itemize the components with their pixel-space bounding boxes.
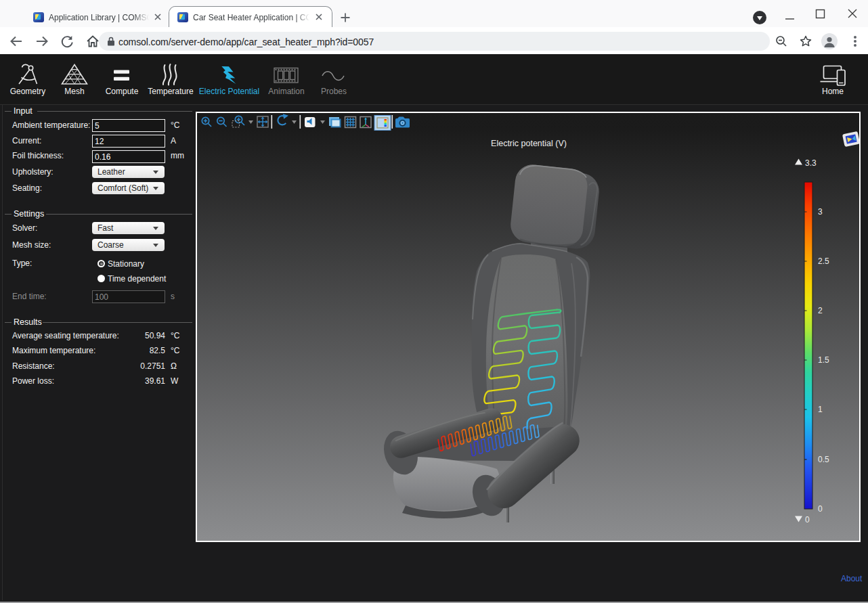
svg-text:Electric potential (V): Electric potential (V) [491, 139, 567, 148]
svg-text:1: 1 [818, 405, 823, 414]
svg-text:0: 0 [805, 515, 810, 524]
svg-text:0: 0 [818, 504, 823, 514]
svg-text:2: 2 [818, 306, 823, 315]
svg-text:3: 3 [818, 207, 823, 217]
svg-text:2.5: 2.5 [818, 256, 829, 266]
svg-text:1.5: 1.5 [818, 355, 829, 365]
svg-text:0.5: 0.5 [818, 455, 829, 464]
svg-text:3.3: 3.3 [805, 158, 817, 168]
